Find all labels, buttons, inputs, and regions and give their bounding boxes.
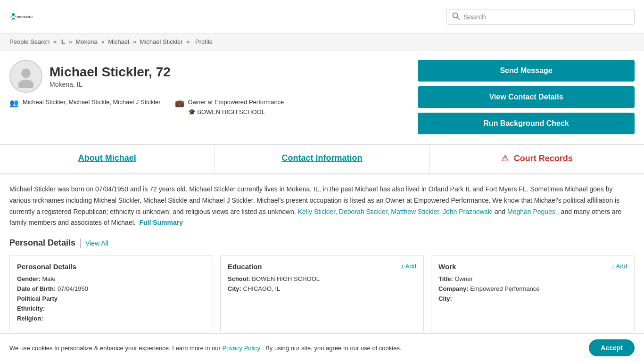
tab-court[interactable]: ⚠ Court Records xyxy=(429,145,644,173)
work-card: Work + Add Title: Owner Company: Empower… xyxy=(431,255,635,332)
bio-link-deborah[interactable]: Deborah Stickler xyxy=(339,208,388,215)
profile-work: Owner at Empowered Performance 🎓 BOWEN H… xyxy=(188,98,284,117)
field-gender: Gender: Male xyxy=(17,275,206,282)
details-cards: Perosonal Details Gender: Male Date of B… xyxy=(9,255,635,332)
field-school: School: BOWEN HIGH SCHOOL xyxy=(228,275,416,282)
field-company: Company: Empowered Performance xyxy=(438,285,627,292)
view-contact-button[interactable]: View Contact Details xyxy=(418,86,635,108)
header-divider xyxy=(80,239,81,248)
view-all-link[interactable]: View All xyxy=(85,239,108,247)
field-work-title: Title: Owner xyxy=(438,275,627,282)
personal-details-title: Personal Details xyxy=(9,238,75,248)
svg-line-2 xyxy=(14,16,16,17)
bio-text: Michael Stickler was born on 07/04/1950 … xyxy=(9,184,635,229)
breadcrumb-michael-stickler[interactable]: Michael Stickler xyxy=(140,38,183,45)
field-political: Political Party xyxy=(17,295,206,302)
content-area: Michael Stickler was born on 07/04/1950 … xyxy=(0,174,644,342)
profile-identity: Michael Stickler, 72 Mokena, IL xyxy=(50,65,171,88)
breadcrumb-mokena[interactable]: Mokena xyxy=(76,38,98,45)
tabs-section: About Michael Contact Information ⚠ Cour… xyxy=(0,145,644,174)
profile-aliases-col: 👥 Micheal Stickler, Michael Stickle, Mic… xyxy=(9,98,161,117)
search-icon xyxy=(452,12,460,21)
profile-name: Michael Stickler, 72 xyxy=(50,65,171,80)
field-ethnicity: Ethnicity: xyxy=(17,305,206,312)
profile-school-icon: 🎓 xyxy=(188,108,196,115)
bio-link-meghan[interactable]: Meghan Pegues xyxy=(507,208,555,215)
accept-cookies-button[interactable]: Accept xyxy=(589,339,635,342)
people-icon: 👥 xyxy=(9,99,19,107)
full-summary-link[interactable]: Full Summary xyxy=(139,219,183,226)
work-add-link[interactable]: + Add xyxy=(611,263,627,271)
breadcrumb-michael[interactable]: Michael xyxy=(108,38,129,45)
search-bar[interactable] xyxy=(446,9,635,25)
profile-work-col: 💼 Owner at Empowered Performance 🎓 BOWEN… xyxy=(175,98,284,117)
cookie-bar: We use cookies to personalize & enhance … xyxy=(0,333,644,342)
svg-text:reunion: reunion xyxy=(17,15,30,19)
field-dob: Date of Birth: 07/04/1950 xyxy=(17,285,206,292)
work-card-title: Work + Add xyxy=(438,263,627,271)
personal-card: Perosonal Details Gender: Male Date of B… xyxy=(9,255,213,332)
field-edu-city: City: CHICAGO, IL xyxy=(228,285,416,292)
svg-line-1 xyxy=(10,16,12,17)
breadcrumb-people-search[interactable]: People Search xyxy=(9,38,50,45)
tab-about-link[interactable]: About Michael xyxy=(78,153,136,163)
profile-location: Mokena, IL xyxy=(50,81,171,88)
field-work-city: City: xyxy=(438,295,627,302)
personal-details-header: Personal Details View All xyxy=(9,238,635,248)
tab-court-link[interactable]: Court Records xyxy=(514,154,573,163)
profile-aliases: Micheal Stickler, Michael Stickle, Micha… xyxy=(23,98,161,107)
tab-contact-link[interactable]: Contact Information xyxy=(282,153,363,163)
profile-right: Send Message View Contact Details Run Ba… xyxy=(418,60,635,134)
avatar xyxy=(9,60,42,93)
svg-point-0 xyxy=(12,13,15,16)
profile-left: Michael Stickler, 72 Mokena, IL 👥 Michea… xyxy=(9,60,408,134)
warning-icon: ⚠ xyxy=(501,154,509,163)
bio-link-matthew[interactable]: Matthew Stickler xyxy=(391,208,439,215)
tab-contact[interactable]: Contact Information xyxy=(215,145,429,173)
breadcrumb-il[interactable]: IL xyxy=(60,38,65,45)
run-background-check-button[interactable]: Run Background Check xyxy=(418,113,635,134)
svg-point-7 xyxy=(21,68,31,78)
education-card: Education + Add School: BOWEN HIGH SCHOO… xyxy=(220,255,424,332)
bio-link-john[interactable]: John Praznowski xyxy=(443,208,493,215)
education-add-link[interactable]: + Add xyxy=(400,263,416,271)
breadcrumb-profile: Profile xyxy=(195,38,213,45)
bio-link-kelly[interactable]: Kelly Stickler xyxy=(298,208,335,215)
education-card-title: Education + Add xyxy=(228,263,416,271)
profile-section: Michael Stickler, 72 Mokena, IL 👥 Michea… xyxy=(0,50,644,145)
profile-header: Michael Stickler, 72 Mokena, IL xyxy=(9,60,408,93)
svg-line-6 xyxy=(457,17,460,19)
logo[interactable]: reunion .com xyxy=(9,5,33,28)
field-religion: Religion: xyxy=(17,315,206,322)
svg-text:.com: .com xyxy=(29,16,33,18)
tab-about[interactable]: About Michael xyxy=(0,145,215,173)
svg-point-8 xyxy=(18,80,33,88)
personal-card-title: Perosonal Details xyxy=(17,263,206,271)
search-input[interactable] xyxy=(463,13,628,21)
work-icon: 💼 xyxy=(175,99,184,107)
send-message-button[interactable]: Send Message xyxy=(418,60,635,82)
profile-details-row: 👥 Micheal Stickler, Michael Stickle, Mic… xyxy=(9,98,408,117)
breadcrumb: People Search » IL » Mokena » Michael » … xyxy=(0,33,644,50)
site-header: reunion .com xyxy=(0,0,644,33)
